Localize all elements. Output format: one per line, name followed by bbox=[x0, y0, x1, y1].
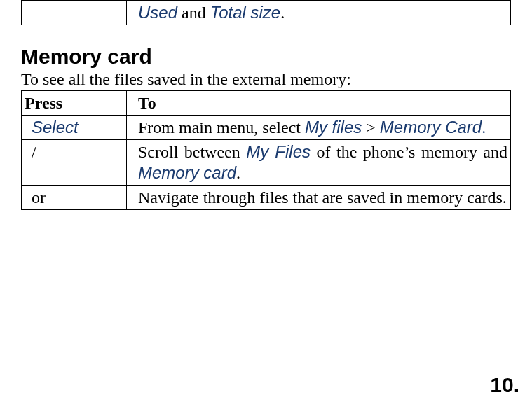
top-gap-cell bbox=[127, 1, 135, 25]
header-to: To bbox=[135, 91, 511, 116]
intro-text: To see all the files saved in the extern… bbox=[21, 70, 511, 89]
text-and: and bbox=[177, 4, 210, 22]
press-cell: or bbox=[22, 186, 127, 210]
key-select: Select bbox=[32, 118, 79, 137]
top-to-cell: Used and Total size. bbox=[135, 1, 511, 25]
memory-card-table: Press To Select From main menu, select M… bbox=[21, 90, 511, 210]
top-press-cell bbox=[22, 1, 127, 25]
top-fragment-table: Used and Total size. bbox=[21, 0, 511, 25]
text-dot: . bbox=[280, 4, 285, 22]
table-row: Used and Total size. bbox=[22, 1, 511, 25]
gap-cell bbox=[127, 116, 135, 140]
term-total-size: Total size bbox=[210, 3, 281, 22]
gap-cell bbox=[127, 140, 135, 186]
header-press: Press bbox=[22, 91, 127, 116]
table-row: / Scroll between My Files of the phone’s… bbox=[22, 140, 511, 186]
text: From main menu, select bbox=[138, 118, 305, 137]
press-cell: Select bbox=[22, 116, 127, 140]
term-used: Used bbox=[138, 3, 177, 22]
page-content: Used and Total size. Memory card To see … bbox=[0, 0, 532, 210]
term-memory-card: Memory Card bbox=[380, 118, 482, 137]
press-cell: / bbox=[22, 140, 127, 186]
table-header-row: Press To bbox=[22, 91, 511, 116]
term-my-files: My files bbox=[305, 118, 362, 137]
text-dot: . bbox=[236, 164, 240, 182]
text-gt: > bbox=[362, 118, 380, 137]
text: of the phone’s memory and bbox=[311, 143, 507, 161]
text: Scroll between bbox=[138, 143, 246, 161]
page-number: 10. bbox=[490, 373, 519, 397]
table-row: Select From main menu, select My files >… bbox=[22, 116, 511, 140]
to-cell: Navigate through files that are saved in… bbox=[135, 186, 511, 210]
to-cell: From main menu, select My files > Memory… bbox=[135, 116, 511, 140]
header-gap bbox=[127, 91, 135, 116]
gap-cell bbox=[127, 186, 135, 210]
term-memory-card: Memory card bbox=[138, 163, 236, 182]
text-dot: . bbox=[482, 118, 486, 137]
table-row: or Navigate through files that are saved… bbox=[22, 186, 511, 210]
term-my-files: My Files bbox=[246, 142, 311, 161]
to-cell: Scroll between My Files of the phone’s m… bbox=[135, 140, 511, 186]
section-heading: Memory card bbox=[21, 45, 511, 69]
